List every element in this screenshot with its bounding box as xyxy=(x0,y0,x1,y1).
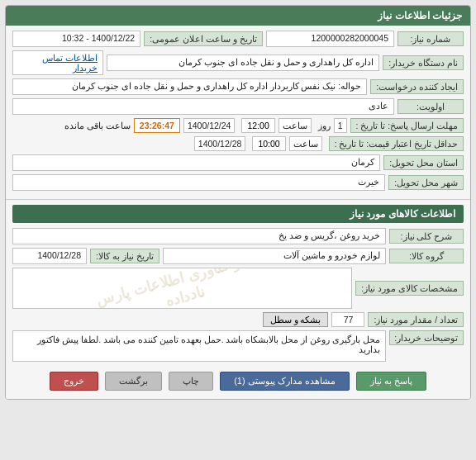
days-label: روز xyxy=(318,121,331,131)
main-card: جزئیات اطلاعات نیاز شماره نیاز: 12000002… xyxy=(5,5,471,400)
goods-desc-value: خرید روغن ،گریس و ضد یخ xyxy=(12,228,386,244)
send-deadline-row: مهلت ارسال پاسخ: تا تاریخ : 1 روز ساعت 1… xyxy=(12,118,464,133)
buyer-label: نام دستگاه خریدار: xyxy=(383,55,464,70)
request-creation-row: ایجاد کننده درخواست: حواله: نیک نفس کارب… xyxy=(12,78,464,95)
remaining-label: ساعت باقی مانده xyxy=(64,121,131,131)
section-header: جزئیات اطلاعات نیاز xyxy=(6,6,470,26)
back-button[interactable]: برگشت xyxy=(105,372,162,391)
purchase-number-row: شماره نیاز: 1200000282000045 تاریخ و ساع… xyxy=(12,31,464,47)
button-row: پاسخ به نیاز مشاهده مدارک پیوستی (1) چاپ… xyxy=(12,372,464,394)
send-deadline-date-value: 1400/12/24 xyxy=(183,118,236,133)
print-button[interactable]: چاپ xyxy=(169,372,213,391)
goods-count-value: 77 xyxy=(331,312,364,327)
announce-date-label: تاریخ و ساعت اعلان عمومی: xyxy=(144,31,263,46)
contact-info-link[interactable]: اطلاعات تماس خریدار xyxy=(12,50,103,75)
header-title: جزئیات اطلاعات نیاز xyxy=(378,10,462,21)
goods-notes-value: محل بارگیری روغن از محل بالابشکاه باشد .… xyxy=(12,330,386,362)
goods-section: اطلاعات کالاهای مورد نیاز شرح کلی نیاز: … xyxy=(6,200,470,399)
send-deadline-time-label: ساعت xyxy=(278,118,312,133)
goods-category-row: گروه کالا: لوازم خودرو و ماشین آلات تاری… xyxy=(12,248,464,264)
province-value: کرمان xyxy=(12,154,380,171)
province-row: استان محل تحویل: کرمان xyxy=(12,154,464,171)
watermark-line1: مرکز فناوری اطلاعات پارس xyxy=(94,268,266,309)
goods-category-label: گروه کالا: xyxy=(389,249,464,263)
info-section: شماره نیاز: 1200000282000045 تاریخ و ساع… xyxy=(6,26,470,200)
watermark-line2: نادداده xyxy=(99,268,271,309)
goods-notes-row: توضیحات خریدار: محل بارگیری روغن از محل … xyxy=(12,330,464,365)
priority-row: اولویت: عادی xyxy=(12,98,464,115)
purchase-number-label: شماره نیاز: xyxy=(397,31,464,46)
send-deadline-remaining: 23:26:47 xyxy=(134,118,180,133)
goods-specs-value: مرکز فناوری اطلاعات پارس نادداده xyxy=(12,268,352,309)
request-creation-value: حواله: نیک نفس کاربردار اداره کل راهداری… xyxy=(12,78,367,95)
price-deadline-label: حداقل تاریخ اعتبار قیمت: تا تاریخ : xyxy=(329,136,464,151)
price-deadline-time-label: ساعت xyxy=(289,136,322,151)
goods-specs-row: مشخصات کالای مورد نیاز: مرکز فناوری اطلا… xyxy=(12,268,464,309)
priority-value: عادی xyxy=(12,98,394,115)
price-deadline-date: 1400/12/28 xyxy=(194,136,246,151)
goods-count-row: تعداد / مقدار مورد نیاز: 77 بشکه و سطل xyxy=(12,312,464,327)
request-creation-label: ایجاد کننده درخواست: xyxy=(370,79,464,94)
buyer-row: نام دستگاه خریدار: اداره کل راهداری و حم… xyxy=(12,50,464,75)
province-label: استان محل تحویل: xyxy=(383,155,464,170)
goods-desc-row: شرح کلی نیاز: خرید روغن ،گریس و ضد یخ xyxy=(12,228,464,244)
unit-button[interactable]: بشکه و سطل xyxy=(263,312,329,327)
goods-specs-label: مشخصات کالای مورد نیاز: xyxy=(355,281,464,296)
send-deadline-time: 12:00 xyxy=(241,118,274,133)
price-deadline-group: ساعت 10:00 1400/12/28 xyxy=(12,136,326,151)
goods-desc-label: شرح کلی نیاز: xyxy=(389,229,464,244)
exit-button[interactable]: خروج xyxy=(50,372,98,391)
outer-container: جزئیات اطلاعات نیاز شماره نیاز: 12000002… xyxy=(0,0,476,460)
city-value: خیرت xyxy=(12,174,385,191)
reply-button[interactable]: پاسخ به نیاز xyxy=(356,372,426,391)
watermark: مرکز فناوری اطلاعات پارس نادداده xyxy=(94,268,271,309)
goods-date-value: 1400/12/28 xyxy=(12,248,87,264)
send-deadline-label: مهلت ارسال پاسخ: تا تاریخ : xyxy=(350,118,464,133)
announce-date-value: 1400/12/22 - 10:32 xyxy=(12,31,140,47)
city-row: شهر محل تحویل: خیرت xyxy=(12,174,464,191)
goods-category-value: لوازم خودرو و ماشین آلات xyxy=(163,248,386,264)
goods-notes-label: توضیحات خریدار: xyxy=(389,330,464,345)
city-label: شهر محل تحویل: xyxy=(388,175,464,190)
buyer-value: اداره کل راهداری و حمل و نقل جاده ای جنو… xyxy=(107,55,379,71)
view-postal-button[interactable]: مشاهده مدارک پیوستی (1) xyxy=(220,372,350,391)
send-deadline-days: 1 xyxy=(334,118,347,133)
goods-count-label: تعداد / مقدار مورد نیاز: xyxy=(368,312,464,327)
priority-label: اولویت: xyxy=(397,99,464,114)
goods-date-label: تاریخ نیاز به کالا: xyxy=(90,249,159,263)
price-deadline-row: حداقل تاریخ اعتبار قیمت: تا تاریخ : ساعت… xyxy=(12,136,464,151)
send-deadline-group: 1 روز ساعت 12:00 1400/12/24 23:26:47 ساع… xyxy=(12,118,347,133)
goods-header: اطلاعات کالاهای مورد نیاز xyxy=(12,205,464,223)
purchase-number-value: 1200000282000045 xyxy=(266,31,394,47)
goods-count-group: 77 بشکه و سطل xyxy=(12,312,364,327)
price-deadline-time: 10:00 xyxy=(252,136,285,151)
